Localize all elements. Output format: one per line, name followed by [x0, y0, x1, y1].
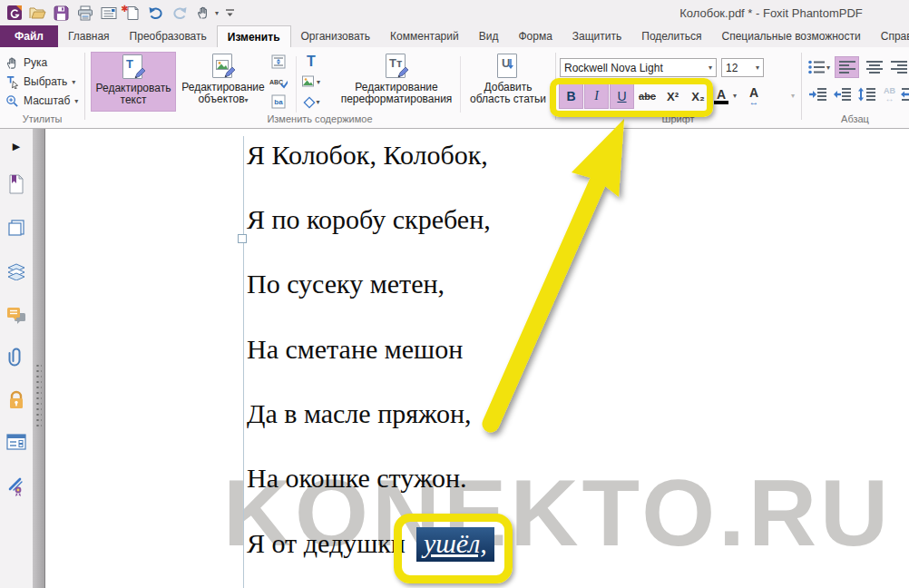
group-label-edit-content: Изменить содержимое	[84, 113, 555, 126]
line-spacing-button[interactable]	[855, 83, 878, 105]
open-file-button[interactable]	[28, 4, 47, 23]
edit-objects-icon	[211, 54, 235, 79]
text-block-boundary	[243, 136, 244, 588]
tab-accessibility[interactable]: Специальные возможности	[712, 25, 871, 47]
doc-line-2[interactable]: Я по коробу скребен,	[247, 203, 491, 236]
tab-edit[interactable]: Изменить	[217, 25, 291, 47]
undo-button[interactable]	[146, 4, 165, 23]
group-separator	[84, 53, 85, 120]
align-right-button[interactable]	[886, 56, 909, 78]
select-label: Выбрать	[24, 75, 67, 88]
font-color-a-glyph: A	[717, 89, 726, 101]
reflow-editing-icon: Tт	[385, 54, 408, 79]
align-center-button[interactable]	[862, 56, 886, 78]
chevron-down-icon[interactable]: ▾	[709, 64, 712, 72]
decrease-indent-button[interactable]	[831, 83, 854, 105]
bold-button[interactable]: B	[559, 83, 583, 109]
reflow-editing-button[interactable]: Tт Редактирование переформатирования	[334, 52, 459, 112]
doc-line-5[interactable]: Да в масле пряжон,	[247, 397, 472, 430]
add-article-button[interactable]: U Добавить область статьи	[464, 52, 552, 112]
print-button[interactable]	[75, 4, 94, 23]
doc-line-7-prefix: Я от дедушки	[247, 528, 406, 558]
find-replace-button[interactable]: ba	[269, 93, 288, 110]
character-width-button[interactable]	[898, 83, 909, 105]
panel-splitter[interactable]	[33, 129, 45, 588]
zoom-tool-item[interactable]: Масштаб ▾	[5, 93, 78, 109]
asterisk-icon: ✱	[121, 4, 128, 14]
bookmarks-panel-button[interactable]	[6, 174, 26, 194]
edit-text-label: Редактировать текст	[92, 83, 175, 106]
font-family-value: Rockwell Nova Light	[564, 62, 663, 74]
chevron-down-icon[interactable]: ▾	[733, 92, 737, 100]
pages-panel-button[interactable]	[6, 218, 26, 238]
tab-convert[interactable]: Преобразовать	[120, 25, 217, 47]
font-color-swatch	[714, 101, 728, 104]
tab-share[interactable]: Поделиться	[631, 25, 711, 47]
email-button[interactable]	[99, 4, 118, 23]
link-text-boxes-button[interactable]	[269, 54, 288, 70]
character-spacing-button[interactable]: A ↔	[742, 83, 766, 109]
redo-button[interactable]	[170, 4, 189, 23]
ribbon: Рука Выбрать ▾ Масштаб ▾ Утилиты T Редак…	[0, 47, 909, 129]
hand-tool-caret-icon[interactable]: ▾	[215, 9, 219, 17]
create-pdf-button[interactable]: ✱	[122, 4, 142, 23]
navigation-sidebar: ▶	[0, 129, 33, 588]
selected-word[interactable]: ушёл,	[416, 527, 494, 562]
tab-organize[interactable]: Организовать	[291, 25, 381, 47]
italic-button[interactable]: I	[584, 83, 609, 109]
left-right-arrow-icon: ↔	[749, 98, 759, 106]
spellcheck-button[interactable]: ABC	[269, 74, 288, 90]
font-family-select[interactable]: Rockwell Nova Light ▾	[560, 58, 717, 77]
comments-panel-button[interactable]	[6, 306, 26, 326]
pencil-icon	[396, 65, 410, 80]
save-button[interactable]	[52, 4, 71, 23]
edit-text-icon: T	[122, 54, 145, 80]
splitter-grip[interactable]	[35, 363, 42, 428]
hand-icon	[5, 56, 19, 70]
font-color-button[interactable]: A	[711, 83, 731, 109]
chevron-down-icon[interactable]: ▾	[826, 64, 830, 72]
chevron-down-icon[interactable]: ▾	[756, 64, 759, 72]
doc-line-7[interactable]: Я от дедушкиушёл,	[247, 527, 494, 562]
doc-line-3[interactable]: По сусеку метен,	[247, 268, 445, 300]
expand-arrow-icon: ▶	[13, 141, 20, 152]
text-block-handle[interactable]	[238, 234, 247, 243]
doc-line-1[interactable]: Я Колобок, Колобок,	[247, 139, 488, 172]
bullet-list-button[interactable]	[806, 56, 826, 78]
tab-form[interactable]: Форма	[508, 25, 562, 47]
select-tool-item[interactable]: Выбрать ▾	[5, 74, 75, 90]
edit-objects-button[interactable]: Редактирование объектов▾	[179, 52, 268, 112]
underline-button[interactable]: U	[610, 83, 634, 109]
strikethrough-button[interactable]: abc	[635, 83, 660, 109]
doc-line-4[interactable]: На сметане мешон	[247, 333, 463, 366]
superscript-button[interactable]: X²	[660, 83, 685, 109]
edit-text-button[interactable]: T Редактировать текст	[91, 52, 176, 112]
tab-help[interactable]: Справка	[871, 25, 909, 47]
chevron-down-icon: ▾	[316, 98, 319, 106]
sub-separator	[460, 56, 461, 113]
hand-tool-button[interactable]	[193, 4, 212, 23]
add-image-button[interactable]: ▾	[302, 74, 320, 90]
align-left-button[interactable]	[835, 56, 859, 78]
font-size-select[interactable]: 12 ▾	[721, 58, 764, 77]
layers-panel-button[interactable]	[6, 261, 26, 281]
subscript-button[interactable]: X₂	[686, 83, 710, 109]
tab-protect[interactable]: Защитить	[562, 25, 631, 47]
tab-comment[interactable]: Комментарий	[380, 25, 469, 47]
signatures-panel-button[interactable]	[6, 476, 26, 496]
doc-line-6[interactable]: На окошке стужон.	[247, 462, 466, 495]
add-shapes-button[interactable]: ▾	[302, 93, 320, 110]
fields-panel-button[interactable]	[6, 432, 26, 452]
expand-panel-button[interactable]: ▶	[6, 136, 26, 156]
customize-qat-button[interactable]	[223, 4, 236, 23]
tab-view[interactable]: Вид	[469, 25, 509, 47]
tab-file[interactable]: Файл	[0, 25, 58, 47]
security-panel-button[interactable]	[6, 390, 26, 410]
tab-home[interactable]: Главная	[58, 25, 120, 47]
increase-indent-button[interactable]	[806, 83, 829, 105]
left-right-arrow-icon: ↔	[885, 95, 894, 103]
add-text-button[interactable]: T	[302, 54, 320, 70]
attachments-panel-button[interactable]	[6, 347, 26, 367]
hand-tool-item[interactable]: Рука	[5, 54, 47, 71]
add-article-icon: U	[496, 54, 520, 79]
